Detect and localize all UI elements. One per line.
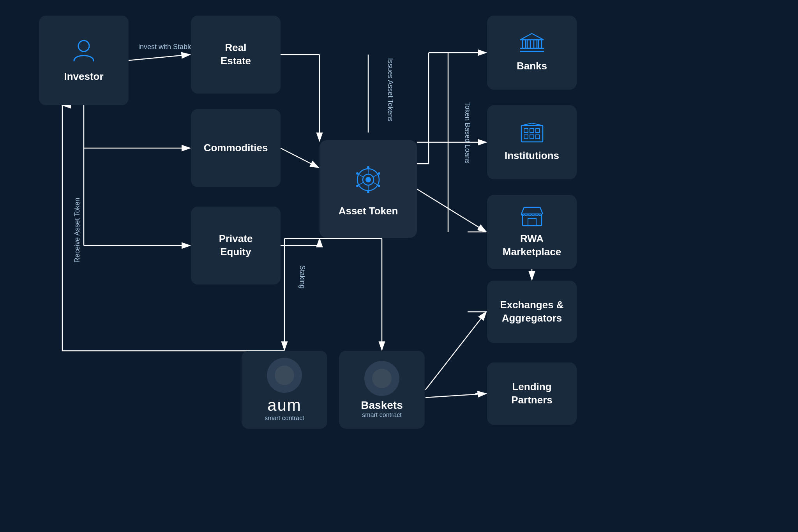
svg-point-36	[365, 177, 371, 182]
issues-asset-tokens-label: Issues Asset Tokens	[386, 58, 394, 122]
svg-line-8	[281, 148, 319, 168]
institutions-icon	[519, 122, 545, 145]
svg-line-44	[373, 174, 378, 177]
staking-label: Staking	[298, 265, 306, 288]
svg-point-40	[367, 191, 369, 193]
svg-line-48	[358, 174, 363, 177]
svg-rect-57	[524, 129, 528, 133]
investor-icon	[70, 37, 97, 66]
banks-icon	[519, 33, 545, 56]
privateequity-label: PrivateEquity	[219, 232, 253, 259]
svg-line-22	[425, 312, 486, 390]
lendingpartners-node: LendingPartners	[487, 362, 577, 425]
svg-point-38	[378, 172, 380, 175]
svg-line-23	[425, 394, 486, 398]
rwamarketplace-icon	[519, 205, 545, 228]
svg-line-2	[129, 55, 190, 60]
svg-rect-51	[527, 40, 530, 48]
realestate-label: RealEstate	[221, 41, 251, 68]
assettoken-node: Asset Token	[320, 140, 417, 238]
banks-label: Banks	[517, 60, 547, 73]
svg-rect-60	[524, 135, 528, 139]
svg-rect-56	[521, 125, 543, 142]
svg-point-41	[356, 185, 358, 187]
aum-sub-label: smart contract	[265, 415, 304, 422]
assettoken-icon	[349, 160, 388, 201]
svg-marker-49	[520, 34, 544, 40]
commodities-node: Commodities	[191, 109, 281, 187]
institutions-node: Institutions	[487, 105, 577, 179]
svg-point-39	[378, 185, 380, 187]
diagram: invest with Stablecoin Issues Asset Toke…	[0, 0, 798, 532]
token-based-loans-label: Token Based Loans	[463, 102, 471, 163]
baskets-icon	[364, 361, 399, 396]
baskets-node: Baskets smart contract	[339, 351, 425, 429]
rwamarketplace-label: RWAMarketplace	[503, 232, 561, 259]
svg-rect-53	[538, 40, 542, 48]
banks-node: Banks	[487, 16, 577, 90]
aum-main-label: aum	[265, 396, 304, 415]
svg-rect-66	[528, 219, 536, 226]
aum-node: aum smart contract	[242, 351, 327, 429]
aum-icon	[267, 358, 302, 393]
investor-label: Investor	[64, 70, 103, 83]
svg-rect-62	[536, 135, 540, 139]
commodities-label: Commodities	[204, 141, 268, 155]
exchanges-node: Exchanges &Aggregators	[487, 281, 577, 343]
svg-line-47	[358, 182, 363, 185]
lendingpartners-label: LendingPartners	[511, 380, 553, 407]
exchanges-label: Exchanges &Aggregators	[500, 299, 563, 325]
svg-line-45	[373, 182, 378, 185]
privateequity-node: PrivateEquity	[191, 207, 281, 285]
svg-rect-61	[530, 135, 534, 139]
receive-asset-token-label: Receive Asset Token	[73, 198, 81, 263]
institutions-label: Institutions	[505, 149, 559, 163]
investor-node: Investor	[39, 16, 129, 105]
svg-rect-59	[536, 129, 540, 133]
svg-point-37	[367, 166, 369, 168]
baskets-main-label: Baskets	[361, 399, 403, 412]
svg-point-33	[78, 41, 89, 51]
baskets-sub-label: smart contract	[361, 412, 403, 419]
svg-point-42	[356, 172, 358, 175]
svg-rect-50	[523, 40, 526, 48]
assettoken-label: Asset Token	[339, 205, 398, 218]
svg-rect-52	[534, 40, 537, 48]
svg-rect-58	[530, 129, 534, 133]
svg-line-15	[417, 189, 486, 232]
rwamarketplace-node: RWAMarketplace	[487, 195, 577, 269]
realestate-node: RealEstate	[191, 16, 281, 94]
